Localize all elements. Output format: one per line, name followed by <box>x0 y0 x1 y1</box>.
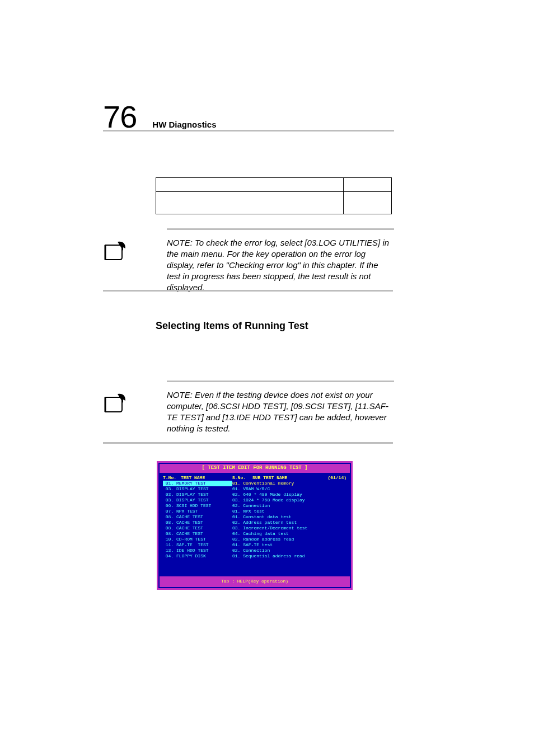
row-test: 08. CACHE TEST <box>163 531 232 537</box>
row-test: 08. CACHE TEST <box>163 514 232 520</box>
console-row: 08. CACHE TEST01. Constant data test <box>163 514 346 520</box>
row-test: 13. IDE HDD TEST <box>163 548 232 553</box>
note-text: NOTE: To check the error log, select [03… <box>167 237 391 293</box>
row-test: 03. DISPLAY TEST <box>163 497 232 503</box>
subsection-heading: Selecting Items of Running Test <box>156 320 308 332</box>
console-row: 06. SCSI HDD TEST02. Connection <box>163 503 346 509</box>
console-row: 03. DISPLAY TEST01. VRAM W/R/C <box>163 486 346 492</box>
empty-table <box>156 177 392 214</box>
row-subtest: 02. Random address read <box>232 537 346 542</box>
console-row: 13. IDE HDD TEST02. Connection <box>163 548 346 553</box>
header-rule <box>103 130 394 132</box>
row-subtest: 03. 1024 * 768 Mode display <box>232 497 346 503</box>
console-row: 08. CACHE TEST04. Caching data test <box>163 531 346 537</box>
row-subtest: 04. Caching data test <box>232 531 346 537</box>
table-cell <box>344 178 392 192</box>
col-sname: SUB TEST NAME <box>252 475 327 481</box>
console-row: 10. CD-ROM TEST02. Random address read <box>163 537 346 542</box>
note-rule-bottom <box>103 442 393 444</box>
console-column-header: T-No. TEST NAME S-No. SUB TEST NAME (01/… <box>163 475 346 481</box>
row-subtest: 02. Connection <box>232 503 346 509</box>
row-test: 03. DISPLAY TEST <box>163 492 232 497</box>
console-screenshot: [ TEST ITEM EDIT FOR RUNNING TEST ] T-No… <box>157 461 353 590</box>
row-subtest: 02. Connection <box>232 548 346 553</box>
row-subtest: 01. NPX test <box>232 509 346 514</box>
console-row: 07. NPX TEST01. NPX test <box>163 509 346 514</box>
row-test: 11. SAF-TE TEST <box>163 542 232 548</box>
row-subtest: 01. Sequential address read <box>232 553 346 559</box>
row-test: 07. NPX TEST <box>163 509 232 514</box>
row-test: 04. FLOPPY DISK <box>163 553 232 559</box>
row-test: 06. SCSI HDD TEST <box>163 503 232 509</box>
col-sno: S-No. <box>232 475 252 481</box>
row-subtest: 01. Constant data test <box>232 514 346 520</box>
row-test: 10. CD-ROM TEST <box>163 537 232 542</box>
table-cell <box>156 178 344 192</box>
col-tname: TEST NAME <box>181 475 232 481</box>
row-test: 08. CACHE TEST <box>163 520 232 525</box>
col-tno: T-No. <box>163 475 181 481</box>
row-subtest: 01. SAF-TE test <box>232 542 346 548</box>
note-text: NOTE: Even if the testing device does no… <box>167 389 391 434</box>
console-row: 08. CACHE TEST03. Increment/Decrement te… <box>163 525 346 531</box>
console-row: 04. FLOPPY DISK01. Sequential address re… <box>163 553 346 559</box>
console-row: 11. SAF-TE TEST01. SAF-TE test <box>163 542 346 548</box>
note-icon <box>103 241 127 264</box>
document-page: 76 HW Diagnostics NOTE: To check the err… <box>0 0 534 756</box>
row-subtest: 03. Increment/Decrement test <box>232 525 346 531</box>
note-rule-top <box>167 228 394 230</box>
console-row: 03. DISPLAY TEST02. 640 * 480 Mode displ… <box>163 492 346 497</box>
console-body: T-No. TEST NAME S-No. SUB TEST NAME (01/… <box>160 473 350 576</box>
table-cell <box>344 192 392 214</box>
note-icon <box>103 393 127 416</box>
row-subtest: 01. Conventional memory <box>232 481 346 486</box>
row-subtest: 01. VRAM W/R/C <box>232 486 346 492</box>
row-subtest: 02. 640 * 480 Mode display <box>232 492 346 497</box>
console-row: 08. CACHE TEST02. Address pattern test <box>163 520 346 525</box>
console-rows: 01. MEMORY TEST01. Conventional memory 0… <box>163 481 346 559</box>
row-test: 08. CACHE TEST <box>163 525 232 531</box>
col-count: (01/14) <box>327 475 346 481</box>
row-test: 03. DISPLAY TEST <box>163 486 232 492</box>
note-rule-bottom <box>103 290 393 292</box>
table-cell <box>156 192 344 214</box>
console-row: 03. DISPLAY TEST03. 1024 * 768 Mode disp… <box>163 497 346 503</box>
note-rule-top <box>167 381 394 382</box>
console-row: 01. MEMORY TEST01. Conventional memory <box>163 481 346 486</box>
console-inner: [ TEST ITEM EDIT FOR RUNNING TEST ] T-No… <box>158 463 351 588</box>
row-subtest: 02. Address pattern test <box>232 520 346 525</box>
console-title: [ TEST ITEM EDIT FOR RUNNING TEST ] <box>160 464 350 473</box>
console-footer: Tab : HELP(Key operation) <box>160 576 350 584</box>
section-title: HW Diagnostics <box>152 120 216 129</box>
row-test: 01. MEMORY TEST <box>163 481 232 486</box>
